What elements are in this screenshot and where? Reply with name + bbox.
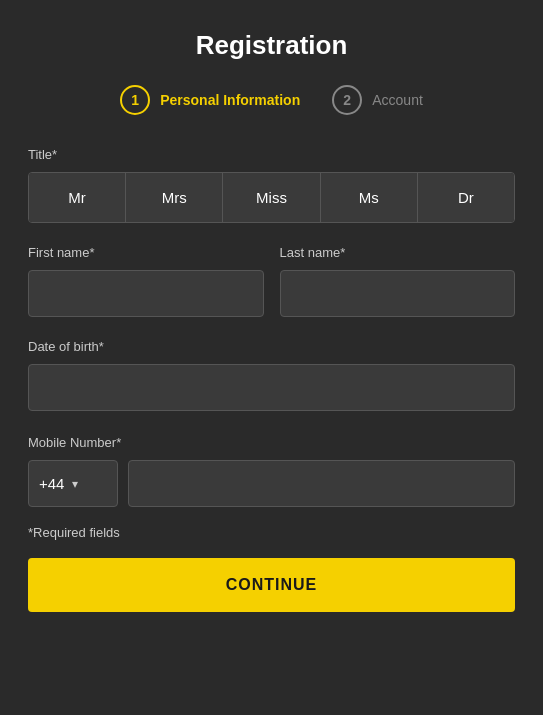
dob-input[interactable] [28, 364, 515, 411]
title-mrs-button[interactable]: Mrs [126, 173, 223, 222]
step-1: 1 Personal Information [120, 85, 300, 115]
first-name-group: First name* [28, 245, 264, 317]
dob-label: Date of birth* [28, 339, 515, 354]
first-name-input[interactable] [28, 270, 264, 317]
title-mr-button[interactable]: Mr [29, 173, 126, 222]
title-dr-button[interactable]: Dr [418, 173, 514, 222]
dob-group: Date of birth* [28, 339, 515, 411]
title-field-group: Title* Mr Mrs Miss Ms Dr [28, 147, 515, 223]
title-ms-button[interactable]: Ms [321, 173, 418, 222]
first-name-label: First name* [28, 245, 264, 260]
step-2-label: Account [372, 92, 423, 108]
title-button-group: Mr Mrs Miss Ms Dr [28, 172, 515, 223]
step-1-label: Personal Information [160, 92, 300, 108]
mobile-group: Mobile Number* +44 ▾ +44 +1 +33 +49 [28, 435, 515, 507]
steps-indicator: 1 Personal Information 2 Account [28, 85, 515, 115]
last-name-group: Last name* [280, 245, 516, 317]
title-miss-button[interactable]: Miss [223, 173, 320, 222]
step-2-circle: 2 [332, 85, 362, 115]
name-row: First name* Last name* [28, 245, 515, 317]
last-name-label: Last name* [280, 245, 516, 260]
mobile-number-input[interactable] [128, 460, 515, 507]
title-label: Title* [28, 147, 515, 162]
mobile-input-row: +44 ▾ +44 +1 +33 +49 [28, 460, 515, 507]
required-fields-note: *Required fields [28, 525, 515, 540]
last-name-input[interactable] [280, 270, 516, 317]
country-code-selector[interactable]: +44 ▾ +44 +1 +33 +49 [28, 460, 118, 507]
mobile-label: Mobile Number* [28, 435, 515, 450]
step-2: 2 Account [332, 85, 423, 115]
continue-button[interactable]: CONTINUE [28, 558, 515, 612]
registration-page: Registration 1 Personal Information 2 Ac… [0, 0, 543, 715]
step-1-circle: 1 [120, 85, 150, 115]
page-title: Registration [28, 30, 515, 61]
